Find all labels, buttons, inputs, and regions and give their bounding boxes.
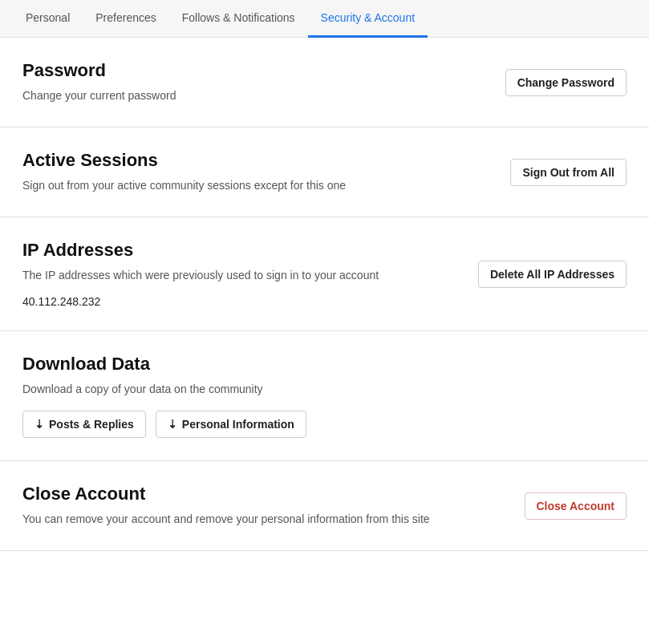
download-data-content: Download Data Download a copy of your da… xyxy=(22,354,627,438)
download-buttons-row: ⇣ Posts & Replies ⇣ Personal Information xyxy=(22,411,627,438)
sign-out-all-button[interactable]: Sign Out from All xyxy=(510,159,627,186)
close-account-action: Close Account xyxy=(525,492,627,520)
download-posts-label: Posts & Replies xyxy=(49,418,134,431)
close-account-button[interactable]: Close Account xyxy=(525,492,627,520)
active-sessions-section: Active Sessions Sign out from your activ… xyxy=(0,128,649,217)
active-sessions-description: Sign out from your active community sess… xyxy=(22,177,491,194)
close-account-description: You can remove your account and remove y… xyxy=(22,511,505,528)
tab-personal[interactable]: Personal xyxy=(13,0,83,38)
tab-security-account[interactable]: Security & Account xyxy=(308,0,428,38)
active-sessions-action: Sign Out from All xyxy=(510,159,627,186)
ip-addresses-section: IP Addresses The IP addresses which were… xyxy=(0,217,649,331)
tab-preferences[interactable]: Preferences xyxy=(83,0,168,38)
change-password-button[interactable]: Change Password xyxy=(505,69,627,96)
download-data-description: Download a copy of your data on the comm… xyxy=(22,381,627,398)
password-action: Change Password xyxy=(505,69,627,96)
ip-addresses-title: IP Addresses xyxy=(22,240,459,261)
ip-addresses-content: IP Addresses The IP addresses which were… xyxy=(22,240,459,308)
close-account-content: Close Account You can remove your accoun… xyxy=(22,484,505,528)
delete-ip-addresses-button[interactable]: Delete All IP Addresses xyxy=(478,261,627,288)
download-personal-information-button[interactable]: ⇣ Personal Information xyxy=(156,411,306,438)
download-data-title: Download Data xyxy=(22,354,627,375)
download-posts-icon: ⇣ xyxy=(34,418,44,431)
ip-address-value: 40.112.248.232 xyxy=(22,295,459,308)
download-personal-icon: ⇣ xyxy=(168,418,177,431)
active-sessions-title: Active Sessions xyxy=(22,150,491,171)
nav-tabs: Personal Preferences Follows & Notificat… xyxy=(0,0,649,38)
active-sessions-content: Active Sessions Sign out from your activ… xyxy=(22,150,491,194)
password-section: Password Change your current password Ch… xyxy=(0,38,649,128)
close-account-section: Close Account You can remove your accoun… xyxy=(0,461,649,551)
download-data-section: Download Data Download a copy of your da… xyxy=(0,331,649,461)
download-posts-replies-button[interactable]: ⇣ Posts & Replies xyxy=(22,411,146,438)
password-content: Password Change your current password xyxy=(22,60,486,104)
close-account-title: Close Account xyxy=(22,484,505,504)
tab-follows-notifications[interactable]: Follows & Notifications xyxy=(169,0,308,38)
ip-addresses-action: Delete All IP Addresses xyxy=(478,261,627,288)
password-title: Password xyxy=(22,60,486,81)
download-personal-label: Personal Information xyxy=(182,418,294,431)
ip-addresses-description: The IP addresses which were previously u… xyxy=(22,267,459,284)
password-description: Change your current password xyxy=(22,87,486,104)
